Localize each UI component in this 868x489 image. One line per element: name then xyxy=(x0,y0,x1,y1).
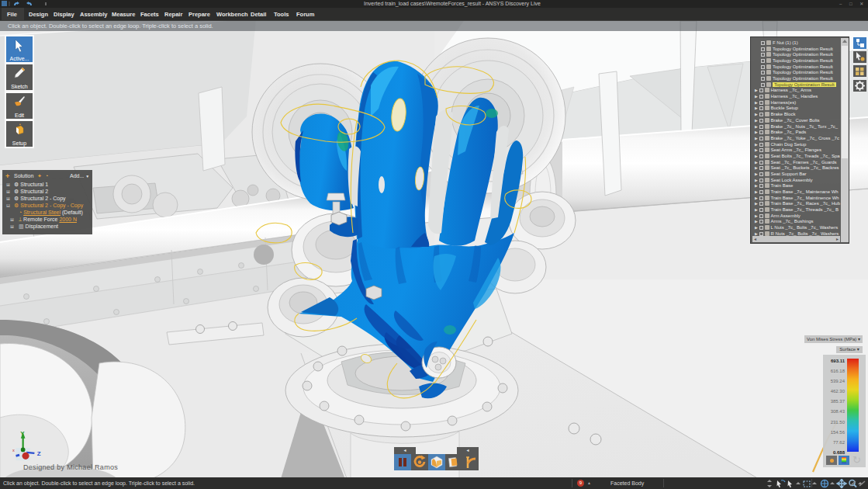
svg-text:Y: Y xyxy=(20,430,25,437)
svg-text:x: x xyxy=(12,448,15,453)
svg-text:Z: Z xyxy=(37,450,41,457)
